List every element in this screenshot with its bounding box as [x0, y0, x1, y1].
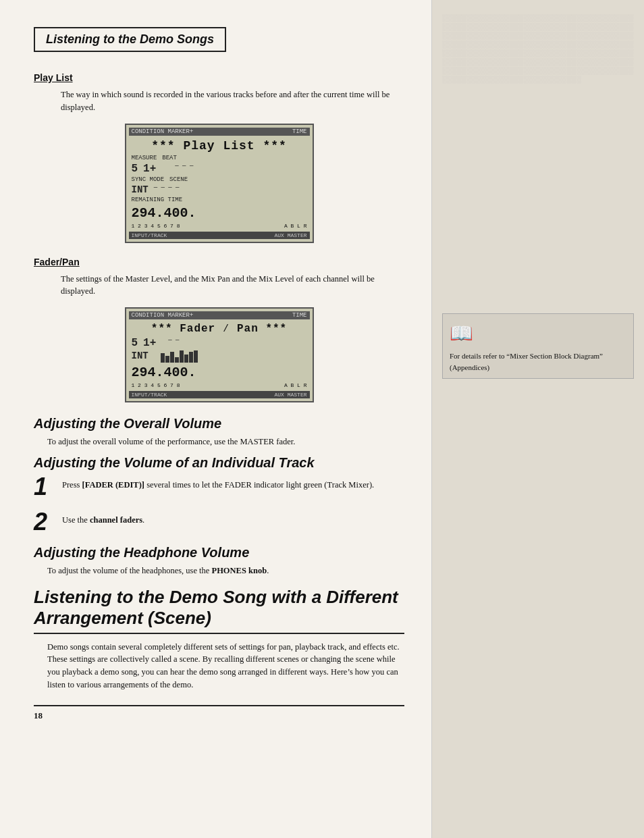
- demo-song-scene-body: Demo songs contain several completely di…: [47, 641, 404, 691]
- page-header-box: Listening to the Demo Songs: [34, 27, 226, 52]
- sidebar-texture: ░░░░░░░░░░░░░░░░░░░░░░░░░░░░░░░░░░░░░░░░…: [442, 14, 634, 84]
- lcd-measure-val: 5: [132, 163, 138, 175]
- lcd-sub-row: MEASURE BEAT: [129, 154, 310, 162]
- lcd-aux-master: AUX MASTER: [274, 232, 306, 238]
- fader-measure: 5: [132, 337, 138, 349]
- fader-numbers: 294.400.: [129, 363, 310, 382]
- lcd-beat-label: BEAT: [162, 155, 177, 161]
- sidebar-book-icon: 📖: [450, 319, 626, 348]
- bar-3: [170, 352, 174, 363]
- lcd-time-label: TIME: [292, 128, 307, 135]
- demo-song-scene-section: Listening to the Demo Song with a Differ…: [34, 587, 404, 691]
- lcd-top-bar: CONDITION MARKER+ TIME: [129, 128, 310, 136]
- step-1-before: Press: [62, 480, 82, 490]
- bar-8: [194, 350, 198, 363]
- bar-1: [161, 353, 165, 363]
- fader-pan-body: The settings of the Master Level, and th…: [61, 273, 404, 298]
- step-2-after: .: [142, 515, 144, 525]
- step-2-text: Use the channel faders.: [62, 510, 144, 527]
- step-2-bold: channel faders: [90, 515, 142, 525]
- lcd-scene-label: SCENE: [169, 176, 188, 183]
- play-list-heading: Play List: [34, 72, 404, 83]
- lcd-measure-label: MEASURE: [132, 155, 157, 161]
- lcd-condition: CONDITION MARKER+: [132, 128, 194, 135]
- sidebar-note-text: For details refer to “Mixer Section Bloc…: [450, 352, 603, 371]
- lcd-sync-mode: SYNC MODE: [132, 176, 165, 183]
- step-1-after: several times to let the FADER indicator…: [144, 480, 374, 490]
- adjusting-individual-heading: Adjusting the Volume of an Individual Tr…: [34, 455, 404, 471]
- fader-lcd-main: *** Fader ⁄ Pan ***: [129, 321, 310, 336]
- step-2: 2 Use the channel faders.: [34, 510, 404, 534]
- fader-pan-lcd: CONDITION MARKER+ TIME *** Fader ⁄ Pan *…: [34, 307, 404, 402]
- fader-int: INT: [132, 350, 149, 363]
- sidebar: ░░░░░░░░░░░░░░░░░░░░░░░░░░░░░░░░░░░░░░░░…: [432, 0, 644, 838]
- lcd-remaining-row: REMAINING TIME: [129, 196, 310, 204]
- play-list-body: The way in which sound is recorded in th…: [61, 88, 404, 114]
- demo-song-scene-heading: Listening to the Demo Song with a Differ…: [34, 587, 404, 634]
- play-list-lcd: CONDITION MARKER+ TIME *** Play List ***…: [34, 124, 404, 243]
- adjusting-overall-section: Adjusting the Overall Volume To adjust t…: [34, 416, 404, 448]
- headphone-heading: Adjusting the Headphone Volume: [34, 545, 404, 560]
- headphone-bold: PHONES knob: [212, 566, 267, 575]
- lcd-values-row: 5 1+ — — —: [129, 162, 310, 176]
- fader-lcd-vals: 5 1+ — —: [129, 336, 310, 350]
- headphone-before: To adjust the volume of the headphones, …: [47, 566, 212, 575]
- lcd-main-display: *** Play List ***: [129, 138, 310, 154]
- bar-6: [184, 355, 188, 363]
- adjusting-overall-heading: Adjusting the Overall Volume: [34, 416, 404, 431]
- sidebar-note: 📖 For details refer to “Mixer Section Bl…: [442, 313, 634, 379]
- page-title: Listening to the Demo Songs: [46, 32, 214, 47]
- lcd-input-track: INPUT/TRACK: [132, 232, 167, 238]
- adjusting-individual-section: Adjusting the Volume of an Individual Tr…: [34, 455, 404, 471]
- fader-lcd-top-bar: CONDITION MARKER+ TIME: [129, 311, 310, 319]
- lcd-ab-lr: A B L R: [284, 223, 307, 229]
- bar-2: [165, 356, 169, 363]
- fader-ab-lr: A B L R: [284, 382, 307, 388]
- fader-lcd-condition: CONDITION MARKER+: [132, 312, 194, 319]
- step-1-bold: [FADER (EDIT)]: [82, 480, 144, 490]
- lcd-track-row: 1 2 3 4 5 6 7 8 A B L R: [129, 222, 310, 230]
- headphone-after: .: [267, 566, 269, 575]
- fader-bottom-bar: INPUT/TRACK AUX MASTER: [129, 391, 310, 398]
- lcd-dashes: — — — —: [154, 184, 180, 195]
- fader-beat: 1+: [143, 337, 156, 349]
- fader-track-numbers: 1 2 3 4 5 6 7 8: [132, 382, 180, 388]
- lcd-numbers: 294.400.: [129, 204, 310, 222]
- lcd-sync-row: SYNC MODE SCENE: [129, 176, 310, 184]
- fader-input-track: INPUT/TRACK: [132, 392, 167, 398]
- headphone-body: To adjust the volume of the headphones, …: [47, 565, 404, 577]
- fader-aux-master: AUX MASTER: [274, 392, 306, 398]
- fader-dashes: — —: [168, 337, 179, 349]
- headphone-section: Adjusting the Headphone Volume To adjust…: [34, 545, 404, 577]
- bar-5: [180, 350, 184, 363]
- step-2-number: 2: [34, 510, 54, 534]
- lcd-int-row: INT — — — —: [129, 184, 310, 196]
- lcd-display-fader: CONDITION MARKER+ TIME *** Fader ⁄ Pan *…: [125, 307, 314, 402]
- adjusting-overall-body: To adjust the overall volume of the perf…: [47, 436, 404, 448]
- fader-bars: [161, 350, 198, 363]
- lcd-int-val: INT: [132, 184, 149, 195]
- step-2-before: Use the: [62, 515, 90, 525]
- lcd-beat-val: 1+: [143, 163, 156, 175]
- step-1-number: 1: [34, 475, 54, 499]
- play-list-section: Play List The way in which sound is reco…: [34, 72, 404, 243]
- lcd-track-numbers: 1 2 3 4 5 6 7 8: [132, 223, 180, 229]
- step-1-text: Press [FADER (EDIT)] several times to le…: [62, 475, 374, 492]
- lcd-bottom-bar: INPUT/TRACK AUX MASTER: [129, 232, 310, 239]
- step-1: 1 Press [FADER (EDIT)] several times to …: [34, 475, 404, 499]
- bar-4: [175, 357, 179, 363]
- fader-pan-section: Fader/Pan The settings of the Master Lev…: [34, 257, 404, 403]
- lcd-lines: — — —: [175, 163, 193, 175]
- fader-int-row: INT: [129, 350, 310, 363]
- main-content: Listening to the Demo Songs Play List Th…: [0, 0, 432, 838]
- fader-pan-heading: Fader/Pan: [34, 257, 404, 267]
- bar-7: [189, 352, 193, 363]
- fader-lcd-time: TIME: [292, 312, 307, 319]
- lcd-remaining-label: REMAINING TIME: [132, 197, 183, 203]
- page-number: 18: [34, 705, 404, 721]
- lcd-display-playlist: CONDITION MARKER+ TIME *** Play List ***…: [125, 124, 314, 243]
- fader-track-row: 1 2 3 4 5 6 7 8 A B L R: [129, 382, 310, 389]
